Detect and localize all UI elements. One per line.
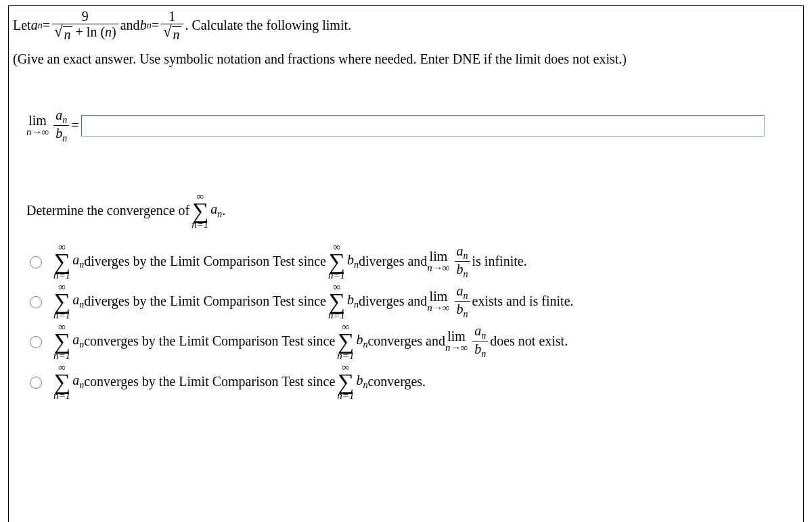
option-2-radio[interactable] bbox=[30, 296, 42, 308]
o3-sum-a: ∞∑n=1 bbox=[53, 322, 70, 360]
sqrt-n-a: √n bbox=[54, 25, 72, 42]
o1-sum-a: ∞∑n=1 bbox=[53, 242, 70, 281]
b-numerator: 1 bbox=[166, 9, 177, 24]
b-symbol: b bbox=[140, 18, 147, 33]
limit-operator: lim n→∞ bbox=[26, 114, 49, 137]
lim-sub-text: n→∞ bbox=[26, 126, 49, 137]
a-symbol: a bbox=[31, 18, 38, 33]
sum-from-t: n=1 bbox=[191, 219, 208, 230]
and: and bbox=[120, 18, 140, 33]
o4-sum-b: ∞∑n=1 bbox=[337, 362, 354, 401]
o3-lim: limn→∞ bbox=[445, 329, 468, 353]
a-fraction: 9 √n + ln (n) bbox=[52, 9, 118, 42]
option-1: ∞∑n=1 an diverges by the Limit Compariso… bbox=[26, 242, 799, 281]
o2-sum-b: ∞∑n=1 bbox=[328, 282, 345, 321]
eq2: = bbox=[152, 18, 159, 33]
b-denominator: √n bbox=[161, 24, 183, 42]
sum-term: an bbox=[210, 201, 222, 220]
st-a: a bbox=[210, 201, 217, 216]
sigma-icon: ∑ bbox=[53, 332, 70, 350]
option-4-radio[interactable] bbox=[30, 377, 42, 389]
determine-dot: . bbox=[222, 203, 225, 218]
limit-frac-top: an bbox=[53, 108, 69, 125]
option-2-content: ∞∑n=1 an diverges by the Limit Compariso… bbox=[51, 282, 574, 321]
lf-an: n bbox=[62, 115, 67, 125]
sqrt-arg-a: n bbox=[64, 27, 71, 42]
options-group: ∞∑n=1 an diverges by the Limit Compariso… bbox=[26, 242, 799, 401]
sigma-icon: ∑ bbox=[338, 373, 354, 391]
calc-text: . Calculate the following limit. bbox=[185, 18, 352, 33]
sigma-icon: ∑ bbox=[338, 332, 354, 350]
option-3-content: ∞∑n=1 an converges by the Limit Comparis… bbox=[51, 322, 568, 360]
sum-an: ∞ ∑ n=1 bbox=[191, 191, 208, 230]
ln-close: ) bbox=[112, 24, 116, 39]
o2-sum-a: ∞∑n=1 bbox=[53, 282, 70, 321]
option-2: ∞∑n=1 an diverges by the Limit Compariso… bbox=[26, 282, 799, 321]
lf-b: b bbox=[55, 126, 62, 141]
o1-sum-b: ∞∑n=1 bbox=[328, 242, 345, 281]
sum-from: n=1 bbox=[191, 220, 208, 230]
limit-answer-row: lim n→∞ an bn = bbox=[26, 108, 799, 144]
sigma-icon: ∑ bbox=[328, 292, 344, 310]
lim-word: lim bbox=[28, 114, 47, 127]
option-1-radio[interactable] bbox=[30, 256, 42, 268]
limit-frac-bot: bn bbox=[53, 125, 69, 143]
ln-arg: n bbox=[105, 24, 112, 39]
limit-eq: = bbox=[71, 118, 78, 133]
b-fraction: 1 √n bbox=[161, 9, 183, 42]
intro-line: Let an = 9 √n + ln (n) and bn = 1 √n . C… bbox=[13, 9, 799, 42]
sqrt-arg-b: n bbox=[173, 27, 180, 42]
sigma-icon: ∑ bbox=[53, 373, 70, 391]
option-4: ∞∑n=1 an converges by the Limit Comparis… bbox=[26, 362, 799, 401]
option-3: ∞∑n=1 an converges by the Limit Comparis… bbox=[26, 322, 799, 360]
st-n: n bbox=[217, 209, 222, 219]
a-denominator: √n + ln (n) bbox=[52, 24, 118, 42]
question-container: Let an = 9 √n + ln (n) and bn = 1 √n . C… bbox=[8, 5, 804, 522]
o2-lim: limn→∞ bbox=[427, 289, 449, 313]
sigma-icon: ∑ bbox=[53, 252, 70, 270]
hint-text: (Give an exact answer. Use symbolic nota… bbox=[13, 51, 799, 67]
o2-frac: anbn bbox=[455, 283, 470, 320]
determine-text: Determine the convergence of bbox=[26, 203, 189, 218]
sigma-icon: ∑ bbox=[328, 252, 344, 270]
plus-ln: + ln ( bbox=[72, 24, 106, 39]
limit-input[interactable] bbox=[81, 115, 765, 137]
o4-sum-a: ∞∑n=1 bbox=[53, 362, 70, 401]
b-subscript: n bbox=[147, 20, 152, 31]
o3-sum-b: ∞∑n=1 bbox=[337, 322, 354, 360]
lim-sub: n→∞ bbox=[26, 127, 49, 137]
text-let: Let bbox=[13, 18, 31, 33]
a-subscript: n bbox=[38, 20, 43, 31]
o3-frac: anbn bbox=[472, 323, 488, 360]
option-1-content: ∞∑n=1 an diverges by the Limit Compariso… bbox=[51, 242, 527, 281]
limit-fraction: an bn bbox=[53, 108, 69, 144]
sqrt-n-b: √n bbox=[163, 25, 181, 42]
option-4-content: ∞∑n=1 an converges by the Limit Comparis… bbox=[51, 362, 426, 401]
sigma-icon: ∑ bbox=[53, 292, 70, 310]
eq1: = bbox=[43, 18, 50, 33]
sigma-icon: ∑ bbox=[192, 201, 208, 220]
determine-prompt: Determine the convergence of ∞ ∑ n=1 an. bbox=[26, 191, 799, 230]
lf-bn: n bbox=[62, 133, 67, 143]
lf-a: a bbox=[55, 108, 62, 122]
o1-lim: limn→∞ bbox=[427, 250, 449, 273]
option-3-radio[interactable] bbox=[30, 336, 42, 348]
a-numerator: 9 bbox=[80, 9, 91, 24]
o1-frac: anbn bbox=[455, 243, 470, 280]
